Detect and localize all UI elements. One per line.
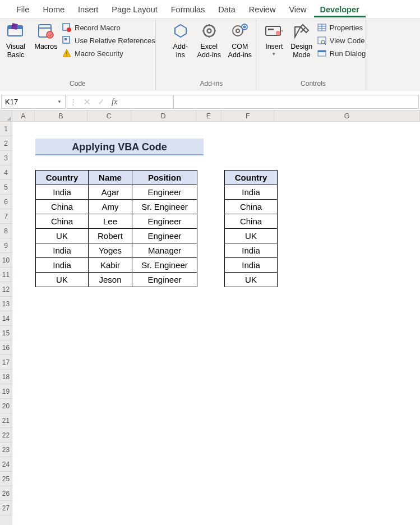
- fx-icon[interactable]: fx: [112, 98, 117, 107]
- row-header-6[interactable]: 6: [0, 195, 12, 209]
- cell[interactable]: China: [36, 214, 89, 229]
- cell[interactable]: Engineer: [132, 273, 197, 287]
- use-relative-references-button[interactable]: Use Relative References: [62, 34, 155, 47]
- insert-control-button[interactable]: Insert ▾: [261, 19, 288, 58]
- tab-data[interactable]: Data: [212, 2, 242, 17]
- tab-file[interactable]: File: [10, 2, 35, 17]
- cell[interactable]: Manager: [132, 243, 197, 258]
- row-header-22[interactable]: 22: [0, 428, 12, 443]
- table-row[interactable]: UKRobertEngineer: [36, 229, 197, 243]
- cancel-formula-icon[interactable]: ✕: [84, 97, 91, 107]
- enter-formula-icon[interactable]: ✓: [98, 97, 105, 107]
- addins-button[interactable]: Add- ins: [167, 19, 194, 61]
- record-macro-button[interactable]: Record Macro: [62, 21, 155, 34]
- t2-h0[interactable]: Country: [225, 171, 278, 185]
- row-header-13[interactable]: 13: [0, 297, 12, 311]
- t1-h1[interactable]: Name: [89, 171, 132, 185]
- design-mode-button[interactable]: Design Mode: [288, 19, 316, 61]
- cell[interactable]: Agar: [89, 185, 132, 200]
- tab-formulas[interactable]: Formulas: [165, 2, 211, 17]
- name-box-dropdown-icon[interactable]: ▼: [57, 99, 62, 104]
- table-row[interactable]: India: [225, 243, 278, 258]
- cell[interactable]: India: [36, 243, 89, 258]
- cell[interactable]: Lee: [89, 214, 132, 229]
- cells-area[interactable]: Applying VBA Code Country Name Position …: [12, 122, 420, 525]
- t1-h0[interactable]: Country: [36, 171, 89, 185]
- row-header-16[interactable]: 16: [0, 340, 12, 355]
- row-header-12[interactable]: 12: [0, 282, 12, 297]
- row-header-8[interactable]: 8: [0, 224, 12, 238]
- table-row[interactable]: ChinaAmySr. Engineer: [36, 200, 197, 214]
- table-row[interactable]: UK: [225, 273, 278, 287]
- cell[interactable]: India: [225, 185, 278, 200]
- row-header-23[interactable]: 23: [0, 443, 12, 457]
- formula-bar-input[interactable]: [173, 95, 419, 109]
- row-header-25[interactable]: 25: [0, 472, 12, 486]
- cell[interactable]: Amy: [89, 200, 132, 214]
- table-row[interactable]: ChinaLeeEngineer: [36, 214, 197, 229]
- row-header-7[interactable]: 7: [0, 209, 12, 224]
- cell[interactable]: Engineer: [132, 214, 197, 229]
- cell[interactable]: UK: [36, 273, 89, 287]
- row-header-1[interactable]: 1: [0, 122, 12, 136]
- table-row[interactable]: India: [225, 258, 278, 273]
- col-header-a[interactable]: A: [12, 110, 35, 121]
- cell[interactable]: China: [36, 200, 89, 214]
- macros-button[interactable]: Macros: [31, 19, 61, 52]
- col-header-g[interactable]: G: [274, 110, 420, 121]
- cell[interactable]: China: [225, 214, 278, 229]
- table-row[interactable]: India: [225, 185, 278, 200]
- excel-addins-button[interactable]: Excel Add-ins: [194, 19, 224, 61]
- row-header-10[interactable]: 10: [0, 253, 12, 268]
- table-row[interactable]: IndiaAgarEngineer: [36, 185, 197, 200]
- col-header-e[interactable]: E: [196, 110, 222, 121]
- cell[interactable]: Kabir: [89, 258, 132, 273]
- row-header-5[interactable]: 5: [0, 180, 12, 195]
- row-header-14[interactable]: 14: [0, 311, 12, 326]
- tab-insert[interactable]: Insert: [72, 2, 104, 17]
- macro-security-button[interactable]: ! Macro Security: [62, 47, 155, 59]
- row-header-15[interactable]: 15: [0, 326, 12, 340]
- cell[interactable]: Robert: [89, 229, 132, 243]
- cell[interactable]: China: [225, 200, 278, 214]
- col-header-f[interactable]: F: [221, 110, 274, 121]
- row-header-9[interactable]: 9: [0, 238, 12, 253]
- row-header-21[interactable]: 21: [0, 413, 12, 428]
- cell[interactable]: Yoges: [89, 243, 132, 258]
- expand-icon[interactable]: ⋮: [70, 98, 77, 106]
- cell[interactable]: UK: [225, 273, 278, 287]
- cell[interactable]: Jeson: [89, 273, 132, 287]
- cell[interactable]: Engineer: [132, 229, 197, 243]
- cell[interactable]: India: [36, 258, 89, 273]
- tab-view[interactable]: View: [283, 2, 312, 17]
- row-header-17[interactable]: 17: [0, 355, 12, 370]
- cell[interactable]: Sr. Engineer: [132, 200, 197, 214]
- col-header-b[interactable]: B: [35, 110, 87, 121]
- cell[interactable]: UK: [225, 229, 278, 243]
- row-header-24[interactable]: 24: [0, 457, 12, 472]
- tab-review[interactable]: Review: [243, 2, 282, 17]
- table-row[interactable]: China: [225, 200, 278, 214]
- row-header-4[interactable]: 4: [0, 165, 12, 180]
- row-header-3[interactable]: 3: [0, 151, 12, 165]
- tab-page-layout[interactable]: Page Layout: [105, 2, 163, 17]
- run-dialog-button[interactable]: Run Dialog: [317, 47, 366, 59]
- row-header-18[interactable]: 18: [0, 370, 12, 384]
- tab-home[interactable]: Home: [36, 2, 71, 17]
- col-header-d[interactable]: D: [131, 110, 196, 121]
- cell[interactable]: Sr. Engineer: [132, 258, 197, 273]
- view-code-button[interactable]: View Code: [317, 34, 366, 47]
- tab-developer[interactable]: Developer: [314, 2, 366, 17]
- table-row[interactable]: IndiaYogesManager: [36, 243, 197, 258]
- title-cell[interactable]: Applying VBA Code: [35, 139, 204, 155]
- row-header-11[interactable]: 11: [0, 268, 12, 282]
- data-table-1[interactable]: Country Name Position IndiaAgarEngineerC…: [35, 170, 197, 287]
- row-header-2[interactable]: 2: [0, 136, 12, 151]
- col-header-c[interactable]: C: [87, 110, 131, 121]
- row-header-19[interactable]: 19: [0, 384, 12, 399]
- table-row[interactable]: UK: [225, 229, 278, 243]
- table-row[interactable]: China: [225, 214, 278, 229]
- t1-h2[interactable]: Position: [132, 171, 197, 185]
- cell[interactable]: UK: [36, 229, 89, 243]
- row-header-20[interactable]: 20: [0, 399, 12, 413]
